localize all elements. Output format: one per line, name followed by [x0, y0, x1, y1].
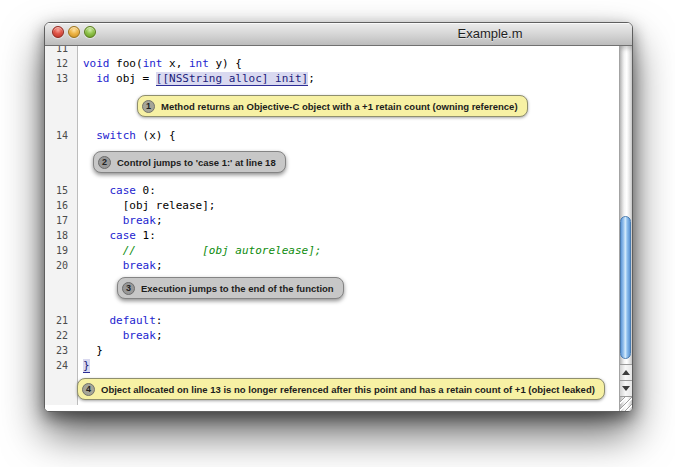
code-line: 14 switch (x) { — [45, 128, 619, 143]
zoom-button[interactable] — [84, 26, 96, 38]
vertical-scrollbar[interactable] — [619, 46, 632, 412]
code-line: 16 [obj release]; — [45, 198, 619, 213]
line-number: 20 — [45, 258, 77, 273]
traffic-lights — [52, 26, 98, 38]
code-line: 23 } — [45, 343, 619, 358]
close-button[interactable] — [52, 26, 64, 38]
code-text[interactable]: case 1: — [77, 228, 156, 243]
scrollbar-thumb[interactable] — [620, 216, 631, 359]
bubble-row: 2Control jumps to 'case 1:' at line 18 — [45, 151, 619, 173]
line-number: 12 — [45, 56, 77, 71]
scroll-down-button[interactable] — [620, 380, 632, 396]
code-line: 11 — [45, 46, 619, 56]
code-text[interactable]: switch (x) { — [77, 128, 176, 143]
bubble-row: 3Execution jumps to the end of the funct… — [45, 277, 619, 299]
code-text[interactable]: break; — [77, 213, 163, 228]
bubble-step-number: 4 — [82, 383, 95, 396]
code-text[interactable]: void foo(int x, int y) { — [77, 56, 242, 71]
code-text[interactable]: case 0: — [77, 183, 156, 198]
down-arrow-icon — [622, 386, 630, 391]
analyzer-bubble-3[interactable]: 3Execution jumps to the end of the funct… — [117, 277, 344, 299]
code-rows: 1112void foo(int x, int y) {13 id obj = … — [45, 46, 619, 400]
analyzer-bubble-4[interactable]: 4Object allocated on line 13 is no longe… — [77, 378, 605, 400]
window: Example.m 1112void foo(int x, int y) {13… — [44, 22, 633, 412]
code-line: 18 case 1: — [45, 228, 619, 243]
window-titlebar[interactable]: Example.m — [45, 23, 632, 46]
bubble-step-number: 1 — [142, 100, 155, 113]
window-title: Example.m — [425, 23, 555, 45]
resize-grip-icon[interactable] — [620, 396, 632, 412]
line-number: 21 — [45, 313, 77, 328]
code-line: 21 default: — [45, 313, 619, 328]
line-number: 11 — [45, 46, 77, 56]
code-text[interactable]: } — [77, 358, 90, 373]
analyzer-bubble-2[interactable]: 2Control jumps to 'case 1:' at line 18 — [93, 151, 286, 173]
line-number: 17 — [45, 213, 77, 228]
minimize-button[interactable] — [68, 26, 80, 38]
bubble-row: 4Object allocated on line 13 is no longe… — [45, 378, 619, 400]
code-line: 17 break; — [45, 213, 619, 228]
code-line: 12void foo(int x, int y) { — [45, 56, 619, 71]
up-arrow-icon — [622, 370, 630, 375]
bubble-row: 1Method returns an Objective-C object wi… — [45, 95, 619, 117]
code-line: 22 break; — [45, 328, 619, 343]
code-text[interactable]: default: — [77, 313, 162, 328]
line-number: 15 — [45, 183, 77, 198]
code-text[interactable]: // [obj autorelease]; — [77, 243, 321, 258]
line-number: 22 — [45, 328, 77, 343]
code-line: 24} — [45, 358, 619, 373]
analyzer-highlight-range: [[NSString alloc] init] — [156, 72, 308, 86]
bubble-step-number: 2 — [98, 156, 111, 169]
analyzer-highlight-range: } — [83, 359, 90, 373]
bubble-step-number: 3 — [122, 282, 135, 295]
code-line: 20 break; — [45, 258, 619, 273]
code-text[interactable]: break; — [77, 328, 163, 343]
bubble-message: Execution jumps to the end of the functi… — [141, 283, 334, 294]
code-line: 15 case 0: — [45, 183, 619, 198]
bubble-message: Control jumps to 'case 1:' at line 18 — [117, 157, 276, 168]
scroll-up-button[interactable] — [620, 364, 632, 380]
code-text[interactable]: id obj = [[NSString alloc] init]; — [77, 71, 315, 86]
bubble-message: Method returns an Objective-C object wit… — [161, 101, 518, 112]
line-number: 16 — [45, 198, 77, 213]
screenshot-page: Example.m 1112void foo(int x, int y) {13… — [0, 0, 675, 467]
code-text[interactable]: [obj release]; — [77, 198, 215, 213]
code-text[interactable]: break; — [77, 258, 163, 273]
line-number: 24 — [45, 358, 77, 373]
line-number: 18 — [45, 228, 77, 243]
line-number: 23 — [45, 343, 77, 358]
code-text[interactable]: } — [77, 343, 103, 358]
code-line: 13 id obj = [[NSString alloc] init]; — [45, 71, 619, 86]
bubble-message: Object allocated on line 13 is no longer… — [101, 384, 595, 395]
line-number: 13 — [45, 71, 77, 86]
analyzer-bubble-1[interactable]: 1Method returns an Objective-C object wi… — [137, 95, 528, 117]
line-number: 14 — [45, 128, 77, 143]
line-number: 19 — [45, 243, 77, 258]
code-line: 19 // [obj autorelease]; — [45, 243, 619, 258]
editor-content: 1112void foo(int x, int y) {13 id obj = … — [45, 46, 632, 412]
